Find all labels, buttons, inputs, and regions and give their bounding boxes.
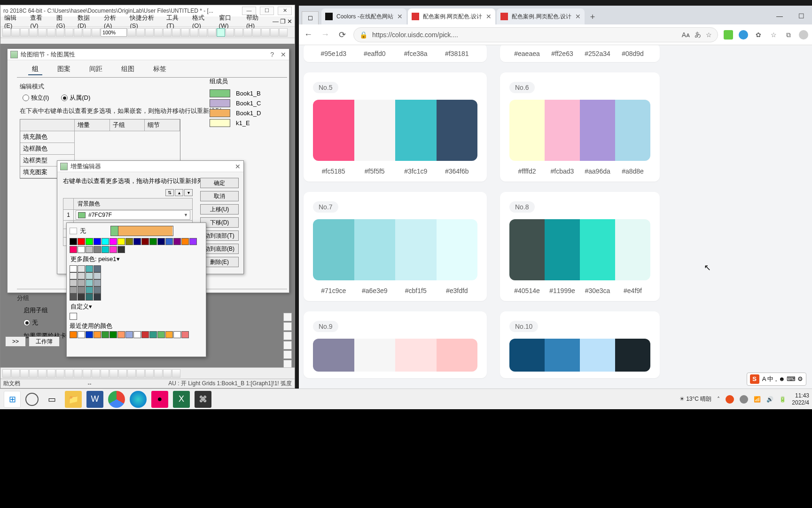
- mdi-close-icon[interactable]: ✕: [287, 18, 292, 25]
- color-swatch[interactable]: [157, 238, 165, 245]
- toolbar-btn[interactable]: [234, 28, 243, 37]
- forward-button[interactable]: →: [320, 30, 331, 40]
- toolbar-btn[interactable]: [20, 28, 29, 37]
- toolbar-btn[interactable]: [217, 28, 225, 37]
- color-swatch[interactable]: [102, 331, 109, 338]
- translate-icon[interactable]: あ: [695, 31, 701, 39]
- palette-swatch[interactable]: [615, 100, 650, 161]
- reader-icon[interactable]: Aᴀ: [682, 31, 690, 39]
- color-swatch[interactable]: [125, 238, 133, 245]
- toolbar-btn[interactable]: [270, 28, 279, 37]
- palette-swatch[interactable]: [580, 339, 615, 372]
- palette-swatch[interactable]: [354, 100, 396, 161]
- explorer-icon[interactable]: 📁: [65, 391, 82, 408]
- menu-quickanalysis[interactable]: 快捷分析(S): [130, 14, 158, 29]
- toolbar-btn[interactable]: [136, 369, 145, 378]
- color-combo-1[interactable]: #7FC97F ▼: [76, 210, 190, 220]
- menu-data[interactable]: 数据(D): [78, 14, 95, 29]
- color-swatch[interactable]: [117, 331, 125, 338]
- color-swatch[interactable]: [133, 331, 141, 338]
- toolbar-btn[interactable]: [29, 369, 38, 378]
- palette-swatch[interactable]: [545, 100, 580, 161]
- ext2-icon[interactable]: [739, 30, 748, 40]
- color-swatch[interactable]: [94, 294, 101, 301]
- menu-view[interactable]: 查看(V): [30, 14, 47, 29]
- down-icon[interactable]: ▾: [184, 189, 193, 196]
- palette-swatch[interactable]: [354, 339, 396, 372]
- color-swatch[interactable]: [133, 238, 141, 245]
- toolbar-btn[interactable]: [101, 369, 109, 378]
- toolbar-btn[interactable]: [92, 28, 100, 37]
- toolbar-btn[interactable]: [2, 369, 11, 378]
- color-swatch[interactable]: [70, 272, 77, 279]
- palette-swatch[interactable]: [509, 219, 545, 280]
- palette-swatch[interactable]: [615, 219, 650, 280]
- swap-icon[interactable]: ⇅: [165, 189, 174, 196]
- expand-button[interactable]: >>: [5, 336, 26, 347]
- terminal-icon[interactable]: ⌘: [195, 391, 211, 408]
- toolbar-btn[interactable]: [261, 28, 270, 37]
- color-swatch[interactable]: [86, 286, 93, 294]
- toolbar-btn[interactable]: [74, 28, 82, 37]
- menu-help[interactable]: 帮助(H): [246, 14, 264, 29]
- color-swatch[interactable]: [86, 238, 93, 245]
- url-input[interactable]: 🔒 https://color.uisdc.com/pick.... Aᴀ あ …: [353, 27, 718, 42]
- color-swatch[interactable]: [173, 331, 181, 338]
- radio-none[interactable]: 无: [23, 318, 38, 327]
- member-item[interactable]: k1_E: [210, 119, 261, 127]
- tab-group[interactable]: 组: [28, 64, 42, 75]
- color-swatch[interactable]: [149, 238, 157, 245]
- none-swatch[interactable]: [70, 228, 77, 234]
- toolbar-btn[interactable]: [83, 369, 91, 378]
- vtool[interactable]: [283, 341, 292, 349]
- toolbar-btn[interactable]: [38, 369, 47, 378]
- toolbar-btn[interactable]: [154, 369, 163, 378]
- mdi-min-icon[interactable]: —: [273, 18, 279, 25]
- toolbar-btn[interactable]: [47, 28, 55, 37]
- radio-dependent[interactable]: 从属(D): [61, 94, 90, 102]
- toolbar-btn[interactable]: [38, 28, 47, 37]
- toolbar-btn[interactable]: [181, 28, 189, 37]
- toolbar-btn[interactable]: [243, 28, 252, 37]
- color-swatch[interactable]: [78, 238, 85, 245]
- tray-battery-icon[interactable]: 🔋: [779, 396, 786, 403]
- color-swatch[interactable]: [141, 331, 149, 338]
- palette-swatch[interactable]: [437, 100, 478, 161]
- color-swatch[interactable]: [189, 238, 197, 245]
- profile-icon[interactable]: [799, 30, 808, 40]
- clock-time[interactable]: 11:43: [792, 392, 809, 399]
- browser-tab[interactable]: 配色案例.网页配色.设计✕: [408, 8, 496, 24]
- toolbar-btn[interactable]: [127, 28, 136, 37]
- tab-spacing[interactable]: 间距: [86, 64, 106, 75]
- palette-swatch[interactable]: [545, 219, 580, 280]
- toolbar-btn[interactable]: [163, 28, 172, 37]
- toolbar-btn[interactable]: [136, 28, 145, 37]
- close-tab-icon[interactable]: ✕: [397, 13, 403, 20]
- more-colors-button[interactable]: 更多颜色: peise1▾: [70, 253, 203, 265]
- browser-page[interactable]: #95e1d3 #eaffd0 #fce38a #f38181 #eaeaea …: [299, 45, 812, 389]
- color-swatch[interactable]: [109, 331, 117, 338]
- color-swatch[interactable]: [102, 246, 109, 253]
- color-swatch[interactable]: [78, 272, 85, 279]
- tray-chevron-icon[interactable]: ˄: [717, 396, 720, 403]
- toolbar-btn[interactable]: [154, 28, 163, 37]
- color-swatch[interactable]: [70, 279, 77, 286]
- menu-format[interactable]: 格式(O): [192, 14, 211, 29]
- color-swatch[interactable]: [78, 246, 85, 253]
- color-swatch[interactable]: [94, 246, 101, 253]
- ext3-icon[interactable]: ✿: [754, 30, 763, 40]
- ok-button[interactable]: 确定: [200, 178, 239, 188]
- menu-window[interactable]: 窗口(W): [219, 14, 238, 29]
- color-swatch[interactable]: [181, 331, 189, 338]
- color-swatch[interactable]: [109, 246, 117, 253]
- palette-swatch[interactable]: [580, 100, 615, 161]
- color-swatch[interactable]: [78, 294, 85, 301]
- color-swatch[interactable]: [70, 331, 77, 338]
- color-swatch[interactable]: [165, 331, 173, 338]
- palette-swatch[interactable]: [509, 339, 545, 372]
- color-swatch[interactable]: [117, 246, 125, 253]
- vtool[interactable]: [283, 332, 292, 340]
- toolbar-btn[interactable]: [56, 28, 64, 37]
- toolbar-btn[interactable]: [172, 369, 180, 378]
- toolbar-btn[interactable]: [56, 369, 64, 378]
